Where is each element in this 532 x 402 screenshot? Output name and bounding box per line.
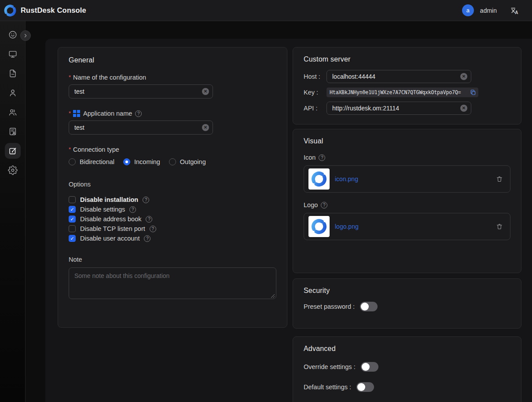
sidebar-expand-button[interactable] bbox=[20, 30, 31, 41]
advanced-title: Advanced bbox=[304, 345, 510, 353]
svg-text:A: A bbox=[515, 10, 518, 15]
options-section-label: Options bbox=[69, 181, 276, 188]
icon-filename-link[interactable]: icon.png bbox=[335, 175, 491, 183]
option-disable-user-account[interactable]: ✓ Disable user account ? bbox=[69, 234, 276, 243]
clear-host-icon[interactable]: ✕ bbox=[460, 73, 467, 80]
general-card: General * Name of the configuration ✕ * … bbox=[58, 47, 287, 328]
required-asterisk: * bbox=[69, 74, 71, 80]
host-label: Host : bbox=[304, 73, 327, 80]
option-disable-tcp-listen-port[interactable]: ✓ Disable TCP listen port ? bbox=[69, 224, 276, 234]
icon-file-box: icon.png bbox=[304, 165, 510, 193]
option-help-icon[interactable]: ? bbox=[143, 197, 149, 203]
advanced-card: Advanced Override settings : Default set… bbox=[293, 336, 521, 402]
delete-icon-trash-icon[interactable] bbox=[496, 175, 503, 183]
sidebar bbox=[0, 21, 26, 402]
monitor-icon bbox=[8, 49, 18, 59]
checkbox-icon: ✓ bbox=[69, 216, 76, 223]
visual-card: Visual Icon ? bbox=[293, 129, 521, 273]
brand: RustDesk Console bbox=[4, 4, 86, 17]
checkbox-icon: ✓ bbox=[69, 196, 76, 203]
general-card-title: General bbox=[69, 56, 276, 64]
option-help-icon[interactable]: ? bbox=[146, 216, 152, 223]
visual-title: Visual bbox=[304, 137, 510, 145]
logo-thumbnail bbox=[308, 216, 330, 237]
application-name-input[interactable] bbox=[69, 121, 213, 135]
gear-icon bbox=[8, 165, 18, 175]
option-help-icon[interactable]: ? bbox=[144, 235, 150, 242]
icon-help-icon[interactable]: ? bbox=[319, 154, 325, 161]
sidebar-item-audit[interactable] bbox=[0, 122, 25, 141]
host-input[interactable] bbox=[327, 70, 471, 83]
custom-server-title: Custom server bbox=[304, 55, 510, 63]
edit-icon bbox=[8, 146, 18, 156]
chevron-right-icon bbox=[23, 33, 28, 38]
clear-api-icon[interactable]: ✕ bbox=[460, 105, 467, 112]
delete-logo-trash-icon[interactable] bbox=[496, 223, 503, 230]
default-settings-label: Default settings : bbox=[304, 384, 351, 391]
preset-password-toggle[interactable] bbox=[360, 302, 378, 311]
main-panel: General * Name of the configuration ✕ * … bbox=[45, 39, 532, 402]
config-name-input[interactable] bbox=[69, 84, 213, 99]
translate-icon[interactable]: A bbox=[510, 6, 519, 15]
required-asterisk: * bbox=[69, 110, 71, 117]
sidebar-item-users[interactable] bbox=[0, 83, 25, 102]
logo-file-box: logo.png bbox=[304, 213, 510, 240]
required-asterisk: * bbox=[69, 146, 71, 153]
sidebar-item-custom-client[interactable] bbox=[0, 141, 25, 161]
sidebar-item-settings[interactable] bbox=[0, 161, 25, 180]
document-user-icon bbox=[8, 127, 18, 136]
note-label: Note bbox=[69, 256, 276, 263]
option-disable-address-book[interactable]: ✓ Disable address book ? bbox=[69, 214, 276, 224]
sidebar-item-groups[interactable] bbox=[0, 102, 25, 122]
option-help-icon[interactable]: ? bbox=[150, 226, 156, 232]
sidebar-item-devices[interactable] bbox=[0, 44, 25, 64]
api-input[interactable] bbox=[327, 102, 471, 115]
sidebar-item-logs[interactable] bbox=[0, 64, 25, 83]
name-field-label: * Name of the configuration bbox=[69, 74, 276, 81]
app-title: RustDesk Console bbox=[21, 6, 86, 15]
radio-circle-icon bbox=[69, 158, 76, 165]
api-label: API : bbox=[304, 105, 327, 112]
user-icon bbox=[8, 88, 18, 98]
content-area: General * Name of the configuration ✕ * … bbox=[26, 21, 532, 402]
override-settings-toggle[interactable] bbox=[361, 362, 378, 372]
icon-thumbnail bbox=[308, 168, 330, 190]
rustdesk-logo-icon bbox=[4, 4, 17, 17]
logo-filename-link[interactable]: logo.png bbox=[335, 223, 491, 230]
checkbox-icon: ✓ bbox=[69, 235, 76, 242]
option-help-icon[interactable]: ? bbox=[129, 206, 136, 213]
app-name-help-icon[interactable]: ? bbox=[135, 110, 142, 117]
clear-application-name-icon[interactable]: ✕ bbox=[202, 124, 209, 131]
logo-help-icon[interactable]: ? bbox=[321, 202, 327, 208]
server-key-value: HtaXBkJNHyn0e1U1jWXze7A7CN7QTGWqxkOtpaVp… bbox=[330, 89, 468, 95]
checkbox-icon: ✓ bbox=[69, 225, 76, 232]
username[interactable]: admin bbox=[480, 7, 497, 14]
avatar[interactable]: a bbox=[462, 4, 474, 16]
radio-circle-icon bbox=[123, 158, 130, 165]
default-settings-toggle[interactable] bbox=[356, 382, 374, 392]
smiley-icon bbox=[8, 30, 18, 40]
connection-type-radio-group: Bidirectional Incoming Outgoing bbox=[69, 158, 276, 165]
connection-type-label: * Connection type bbox=[69, 146, 276, 153]
windows-logo-icon bbox=[73, 110, 80, 117]
icon-upload-label: Icon ? bbox=[304, 154, 510, 161]
checkbox-icon: ✓ bbox=[69, 206, 76, 213]
preset-password-label: Preset password : bbox=[304, 303, 355, 310]
server-key-chip: HtaXBkJNHyn0e1U1jWXze7A7CN7QTGWqxkOtpaVp… bbox=[327, 88, 478, 97]
key-label: Key : bbox=[304, 89, 327, 96]
app-name-field-label: * Application name ? bbox=[69, 110, 276, 117]
radio-outgoing[interactable]: Outgoing bbox=[169, 158, 206, 165]
custom-server-card: Custom server Host : ✕ Key : HtaXBkJNHyn… bbox=[293, 47, 521, 124]
radio-incoming[interactable]: Incoming bbox=[123, 158, 160, 165]
security-title: Security bbox=[304, 287, 510, 295]
copy-key-icon[interactable] bbox=[470, 89, 476, 95]
option-disable-settings[interactable]: ✓ Disable settings ? bbox=[69, 205, 276, 214]
document-icon bbox=[8, 69, 18, 78]
override-settings-label: Override settings : bbox=[304, 363, 356, 370]
note-textarea[interactable] bbox=[69, 267, 276, 299]
option-disable-installation[interactable]: ✓ Disable installation ? bbox=[69, 195, 276, 205]
radio-bidirectional[interactable]: Bidirectional bbox=[69, 158, 114, 165]
security-card: Security Preset password : bbox=[293, 278, 521, 329]
logo-upload-label: Logo ? bbox=[304, 201, 510, 208]
clear-config-name-icon[interactable]: ✕ bbox=[202, 88, 209, 95]
